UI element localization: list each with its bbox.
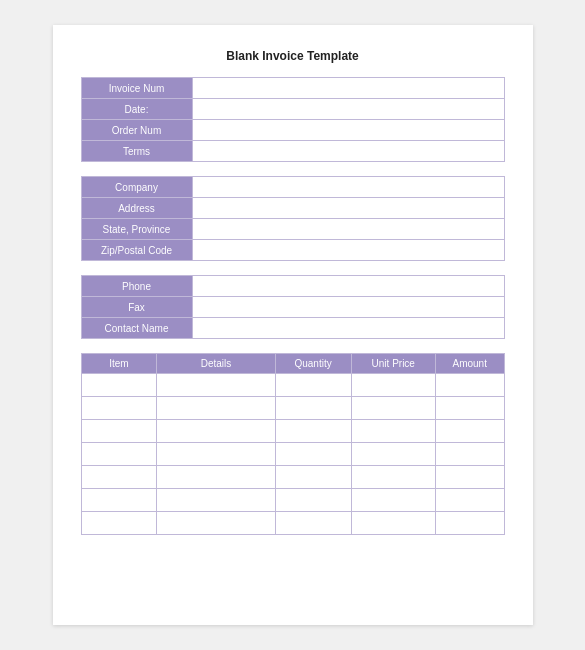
table-row — [82, 373, 504, 396]
cell-quantity-4[interactable] — [276, 443, 352, 465]
cell-quantity-5[interactable] — [276, 466, 352, 488]
terms-row: Terms — [82, 141, 504, 161]
table-row — [82, 396, 504, 419]
company-value[interactable] — [192, 177, 504, 197]
cell-quantity-7[interactable] — [276, 512, 352, 534]
cell-details-7[interactable] — [157, 512, 275, 534]
order-num-row: Order Num — [82, 120, 504, 141]
cell-unit-price-3[interactable] — [352, 420, 436, 442]
state-value[interactable] — [192, 219, 504, 239]
table-row — [82, 419, 504, 442]
col-header-details: Details — [157, 354, 275, 373]
zip-label: Zip/Postal Code — [82, 240, 192, 260]
invoice-page: Blank Invoice Template Invoice Num Date:… — [53, 25, 533, 625]
fax-value[interactable] — [192, 297, 504, 317]
company-row: Company — [82, 177, 504, 198]
cell-amount-2[interactable] — [436, 397, 504, 419]
cell-amount-1[interactable] — [436, 374, 504, 396]
cell-quantity-6[interactable] — [276, 489, 352, 511]
col-header-unit-price: Unit Price — [352, 354, 436, 373]
cell-amount-6[interactable] — [436, 489, 504, 511]
zip-row: Zip/Postal Code — [82, 240, 504, 260]
cell-unit-price-5[interactable] — [352, 466, 436, 488]
cell-details-5[interactable] — [157, 466, 275, 488]
cell-quantity-2[interactable] — [276, 397, 352, 419]
state-row: State, Province — [82, 219, 504, 240]
company-section: Company Address State, Province Zip/Post… — [81, 176, 505, 261]
contact-name-label: Contact Name — [82, 318, 192, 338]
order-num-label: Order Num — [82, 120, 192, 140]
cell-amount-5[interactable] — [436, 466, 504, 488]
cell-item-1[interactable] — [82, 374, 158, 396]
cell-item-2[interactable] — [82, 397, 158, 419]
cell-unit-price-4[interactable] — [352, 443, 436, 465]
zip-value[interactable] — [192, 240, 504, 260]
date-label: Date: — [82, 99, 192, 119]
table-row — [82, 511, 504, 534]
cell-details-3[interactable] — [157, 420, 275, 442]
cell-unit-price-6[interactable] — [352, 489, 436, 511]
col-header-amount: Amount — [436, 354, 504, 373]
invoice-section: Invoice Num Date: Order Num Terms — [81, 77, 505, 162]
terms-label: Terms — [82, 141, 192, 161]
contact-name-row: Contact Name — [82, 318, 504, 338]
table-row — [82, 488, 504, 511]
phone-label: Phone — [82, 276, 192, 296]
cell-item-7[interactable] — [82, 512, 158, 534]
cell-details-2[interactable] — [157, 397, 275, 419]
terms-value[interactable] — [192, 141, 504, 161]
phone-row: Phone — [82, 276, 504, 297]
phone-value[interactable] — [192, 276, 504, 296]
cell-unit-price-2[interactable] — [352, 397, 436, 419]
table-row — [82, 465, 504, 488]
cell-details-4[interactable] — [157, 443, 275, 465]
invoice-num-label: Invoice Num — [82, 78, 192, 98]
order-num-value[interactable] — [192, 120, 504, 140]
cell-unit-price-7[interactable] — [352, 512, 436, 534]
cell-quantity-3[interactable] — [276, 420, 352, 442]
fax-label: Fax — [82, 297, 192, 317]
address-label: Address — [82, 198, 192, 218]
date-value[interactable] — [192, 99, 504, 119]
cell-item-4[interactable] — [82, 443, 158, 465]
cell-details-6[interactable] — [157, 489, 275, 511]
col-header-item: Item — [82, 354, 158, 373]
cell-item-6[interactable] — [82, 489, 158, 511]
invoice-num-value[interactable] — [192, 78, 504, 98]
cell-amount-3[interactable] — [436, 420, 504, 442]
date-row: Date: — [82, 99, 504, 120]
company-label: Company — [82, 177, 192, 197]
cell-amount-4[interactable] — [436, 443, 504, 465]
table-header: Item Details Quantity Unit Price Amount — [82, 354, 504, 373]
fax-row: Fax — [82, 297, 504, 318]
page-title: Blank Invoice Template — [81, 49, 505, 63]
table-row — [82, 442, 504, 465]
address-value[interactable] — [192, 198, 504, 218]
cell-amount-7[interactable] — [436, 512, 504, 534]
state-label: State, Province — [82, 219, 192, 239]
cell-details-1[interactable] — [157, 374, 275, 396]
address-row: Address — [82, 198, 504, 219]
contact-name-value[interactable] — [192, 318, 504, 338]
cell-unit-price-1[interactable] — [352, 374, 436, 396]
cell-item-3[interactable] — [82, 420, 158, 442]
cell-item-5[interactable] — [82, 466, 158, 488]
cell-quantity-1[interactable] — [276, 374, 352, 396]
invoice-num-row: Invoice Num — [82, 78, 504, 99]
col-header-quantity: Quantity — [276, 354, 352, 373]
items-table: Item Details Quantity Unit Price Amount — [81, 353, 505, 535]
contact-section: Phone Fax Contact Name — [81, 275, 505, 339]
